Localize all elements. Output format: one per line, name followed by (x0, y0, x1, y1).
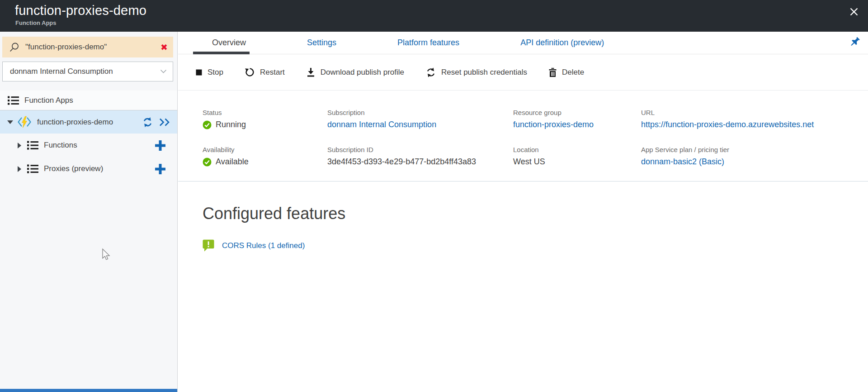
app-service-plan-link[interactable]: donnam-basic2 (Basic) (641, 157, 868, 167)
refresh-icon[interactable] (142, 117, 153, 127)
status-value: Running (216, 120, 246, 129)
tab-api-definition[interactable]: API definition (preview) (520, 32, 604, 54)
tab-overview[interactable]: Overview (212, 32, 246, 54)
tab-settings[interactable]: Settings (307, 32, 336, 54)
restart-button[interactable]: Restart (245, 67, 285, 77)
caret-right-icon[interactable] (17, 166, 21, 172)
sidebar: ✖ donnam Internal Consumption Function A… (0, 32, 178, 392)
search-box: ✖ (2, 37, 173, 57)
tree-item-app-selected[interactable]: function-proxies-demo (0, 110, 177, 134)
download-publish-profile-button[interactable]: Download publish profile (307, 68, 404, 77)
tab-platform-features[interactable]: Platform features (397, 32, 459, 54)
list-icon (27, 164, 38, 173)
double-chevron-right-icon[interactable] (159, 118, 171, 126)
subscription-id-value: 3de4f453-d393-4e29-b477-bd2b4ff43a83 (327, 157, 513, 167)
availability-value: Available (216, 157, 249, 167)
sidebar-bottom-accent-bar (0, 389, 177, 392)
field-app-service-plan: App Service plan / pricing tier donnam-b… (641, 146, 868, 167)
field-availability: Availability Available (203, 146, 327, 167)
add-function-icon[interactable] (155, 140, 165, 151)
subscription-dropdown-value: donnam Internal Consumption (10, 67, 113, 76)
page-title: function-proxies-demo (15, 3, 146, 18)
field-resource-group: Resource group function-proxies-demo (513, 109, 641, 129)
tree-item-label: Functions (44, 141, 77, 150)
function-apps-tree: Function Apps function-proxies-demo (0, 91, 177, 181)
tree-item-function-apps[interactable]: Function Apps (0, 91, 177, 110)
tree-item-label: Proxies (preview) (44, 164, 103, 173)
tab-bar: Overview Settings Platform features API … (178, 32, 868, 54)
configured-features-section: Configured features CORS Rules (1 define… (178, 182, 868, 252)
mouse-cursor-icon (100, 248, 112, 261)
status-ok-icon (203, 120, 212, 129)
cors-warning-icon (203, 239, 214, 252)
subscription-dropdown[interactable]: donnam Internal Consumption (2, 62, 173, 81)
tree-item-functions[interactable]: Functions (0, 134, 177, 157)
tree-item-label: function-proxies-demo (37, 118, 113, 127)
restart-icon (245, 67, 255, 77)
caret-down-icon[interactable] (7, 120, 13, 124)
field-subscription-id: Subscription ID 3de4f453-d393-4e29-b477-… (327, 146, 513, 167)
cors-rules-item: CORS Rules (1 defined) (203, 239, 868, 252)
search-input[interactable] (25, 43, 160, 52)
close-icon[interactable] (845, 3, 863, 20)
location-value: West US (513, 157, 641, 167)
field-url: URL https://function-proxies-demo.azurew… (641, 109, 868, 129)
download-icon (307, 68, 315, 77)
search-icon (9, 42, 19, 53)
overview-blade: Overview Settings Platform features API … (178, 32, 868, 392)
function-app-icon (17, 116, 32, 128)
reset-credentials-icon (426, 67, 436, 77)
reset-publish-credentials-button[interactable]: Reset publish credentials (426, 67, 527, 77)
tree-item-label: Function Apps (24, 96, 73, 105)
url-link[interactable]: https://function-proxies-demo.azurewebsi… (641, 120, 868, 129)
field-location: Location West US (513, 146, 641, 167)
chevron-down-icon (160, 69, 167, 74)
add-proxy-icon[interactable] (155, 164, 165, 174)
cors-rules-link[interactable]: CORS Rules (1 defined) (222, 241, 305, 250)
list-icon (8, 96, 19, 105)
stop-icon (196, 69, 202, 76)
configured-features-title: Configured features (203, 204, 868, 223)
page-subtitle: Function Apps (15, 19, 57, 26)
availability-ok-icon (203, 158, 212, 167)
delete-button[interactable]: Delete (549, 68, 584, 77)
subscription-link[interactable]: donnam Internal Consumption (327, 120, 513, 129)
delete-icon (549, 68, 557, 77)
resource-group-link[interactable]: function-proxies-demo (513, 120, 641, 129)
caret-right-icon[interactable] (17, 143, 21, 148)
blade-header: function-proxies-demo Function Apps (0, 0, 868, 32)
pin-icon[interactable] (849, 37, 861, 48)
stop-button[interactable]: Stop (196, 68, 223, 77)
tree-item-proxies[interactable]: Proxies (preview) (0, 157, 177, 181)
clear-search-icon[interactable]: ✖ (160, 43, 168, 52)
command-bar: Stop Restart Download publish profile (178, 54, 868, 91)
field-status: Status Running (203, 109, 327, 129)
list-icon (27, 141, 38, 150)
essentials-panel: Status Running Subscription donnam Inter… (178, 91, 868, 167)
field-subscription: Subscription donnam Internal Consumption (327, 109, 513, 129)
